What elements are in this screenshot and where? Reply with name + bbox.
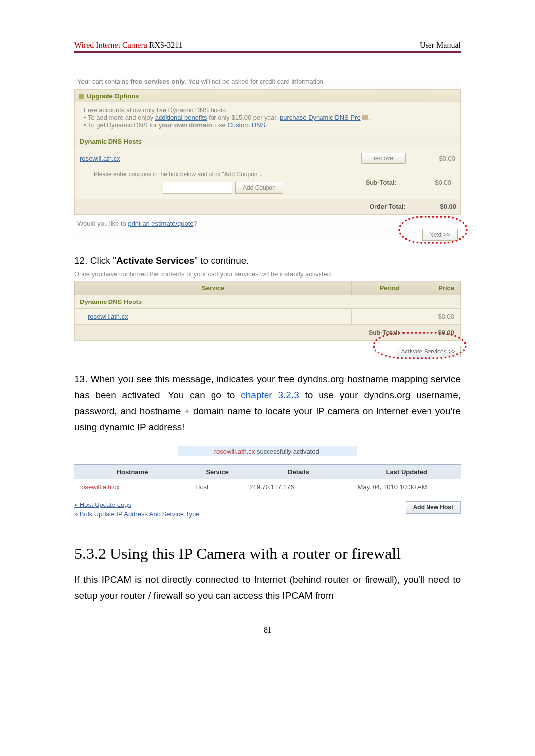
add-coupon-button[interactable]: Add Coupon (235, 182, 283, 194)
estimate-prompt: Would you like to print an estimate/quot… (77, 220, 197, 227)
success-banner: rosewill.ath.cx successfully activated. (178, 446, 357, 456)
col-price: Price (406, 281, 461, 295)
svc-subtotal-label: Sub-Total: (75, 325, 406, 341)
print-estimate-link[interactable]: print an estimate/quote (128, 220, 193, 227)
col-hostname[interactable]: Hostname (74, 465, 190, 479)
chapter-link[interactable]: chapter 3.2.3 (241, 390, 299, 400)
host-update-logs-link[interactable]: » Host Update Logs (74, 501, 199, 508)
arrow-icon (79, 94, 84, 99)
add-new-host-button[interactable]: Add New Host (406, 501, 461, 514)
doc-header: Wired Internet Camera RXS-3211 User Manu… (74, 41, 461, 53)
bulk-update-link[interactable]: » Bulk Update IP Address And Service Typ… (74, 510, 199, 518)
cart-screenshot: Your cart contains free services only. Y… (74, 78, 461, 241)
subtotal-label: Sub-Total: (366, 179, 397, 186)
svc-category: Dynamic DNS Hosts (75, 295, 461, 309)
listing-service: Host (190, 479, 244, 495)
col-details[interactable]: Details (244, 465, 352, 479)
section-5-3-2-heading: 5.3.2 Using this IP Camera with a router… (74, 545, 461, 563)
order-total-label: Order Total: (370, 203, 406, 210)
host-price: $0.00 (411, 155, 455, 162)
table-row: rosewill.ath.cx - $0.00 (75, 309, 461, 325)
upgrade-line2: • To add more and enjoy additional benef… (84, 114, 451, 121)
page-number: 81 (74, 626, 461, 635)
coupon-input[interactable] (163, 182, 232, 194)
upgrade-body: Free accounts allow only five Dynamic DN… (75, 102, 460, 135)
cart-note: Your cart contains free services only. Y… (77, 78, 458, 85)
svc-host-link[interactable]: rosewill.ath.cx (88, 313, 128, 320)
coupon-label: Please enter coupons in the box below an… (94, 171, 356, 178)
svc-period: - (352, 309, 406, 325)
host-link[interactable]: rosewill.ath.cx (80, 155, 215, 162)
listing-updated: May. 04, 2010 10:30 AM (353, 479, 461, 495)
upgrade-panel: Upgrade Options Free accounts allow only… (74, 89, 461, 215)
remove-button[interactable]: remove (361, 153, 406, 164)
step-13-text: 13. When you see this message, indicates… (74, 371, 461, 435)
order-total-value: $0.00 (427, 203, 456, 210)
upgrade-options-title: Upgrade Options (75, 90, 460, 102)
subtotal-value: $0.00 (422, 179, 451, 186)
section-5-3-2-body: If this IPCAM is not directly connected … (74, 572, 461, 604)
col-service2[interactable]: Service (190, 465, 244, 479)
col-service: Service (75, 281, 352, 295)
highlight-ring-icon (373, 332, 467, 359)
cart-icon (362, 115, 368, 120)
coupon-area: Please enter coupons in the box below an… (75, 169, 460, 199)
confirm-note: Once you have confirmed the contents of … (74, 270, 461, 278)
table-row: rosewill.ath.cx Host 219.70.117.176 May.… (74, 479, 461, 495)
purchase-dns-pro-link[interactable]: purchase Dynamic DNS Pro (280, 114, 361, 121)
col-updated[interactable]: Last Updated (353, 465, 461, 479)
custom-dns-link[interactable]: Custom DNS (227, 121, 265, 129)
upgrade-line3: • To get Dynamic DNS for your own domain… (84, 121, 451, 129)
host-listing-table: Hostname Service Details Last Updated ro… (74, 464, 461, 495)
header-right: User Manual (420, 41, 461, 50)
host-links-row: » Host Update Logs » Bulk Update IP Addr… (74, 501, 461, 520)
activated-host-link[interactable]: rosewill.ath.cx (214, 448, 255, 455)
highlight-ring-icon (398, 216, 468, 244)
listing-details: 219.70.117.176 (244, 479, 352, 495)
dns-hosts-heading: Dynamic DNS Hosts (75, 135, 460, 148)
header-left: Wired Internet Camera RXS-3211 (74, 41, 183, 50)
step-12-text: 12. Click "Activate Services" to continu… (74, 255, 461, 266)
listing-host-link[interactable]: rosewill.ath.cx (79, 483, 120, 491)
svc-price: $0.00 (406, 309, 461, 325)
upgrade-line1: Free accounts allow only five Dynamic DN… (84, 106, 451, 114)
order-total-row: Order Total: $0.00 (75, 199, 460, 214)
host-dash: - (220, 155, 356, 162)
col-period: Period (352, 281, 406, 295)
host-row: rosewill.ath.cx - remove $0.00 (75, 148, 460, 169)
additional-benefits-link[interactable]: additional benefits (155, 114, 207, 121)
